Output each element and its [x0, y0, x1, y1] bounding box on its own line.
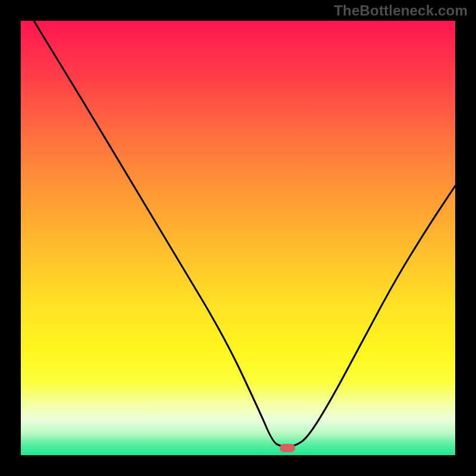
bottleneck-curve — [21, 21, 455, 455]
chart-frame: TheBottleneck.com — [0, 0, 476, 476]
watermark-text: TheBottleneck.com — [334, 2, 468, 19]
plot-area — [21, 21, 455, 455]
optimal-point-marker — [280, 444, 295, 452]
